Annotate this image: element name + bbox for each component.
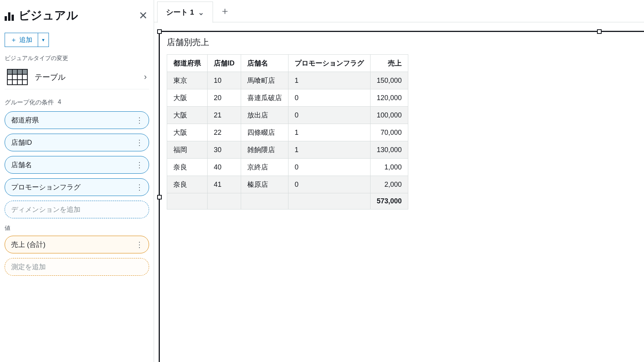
table-total-cell: 573,000: [371, 193, 408, 209]
more-icon[interactable]: [136, 183, 143, 191]
visual-type-value: テーブル: [35, 72, 65, 82]
table-footer-cell: [167, 193, 208, 209]
table-row[interactable]: 大阪20喜連瓜破店0120,000: [167, 89, 408, 107]
table-header-cell[interactable]: 店舗名: [241, 55, 288, 72]
table-cell: 奈良: [167, 159, 208, 176]
sheet-tabs: シート 1 ⌄ ＋: [154, 0, 644, 22]
resize-handle-tr[interactable]: [597, 29, 602, 34]
table-cell: 大阪: [167, 107, 208, 124]
dimension-pill-label: 店舗ID: [11, 138, 32, 147]
plus-icon: ＋: [10, 35, 17, 44]
dimension-pill[interactable]: プロモーションフラグ: [5, 178, 149, 196]
table-footer-cell: [241, 193, 288, 209]
table-cell: 41: [208, 176, 241, 193]
table-header-cell[interactable]: 売上: [371, 55, 408, 72]
caret-down-icon: ▾: [42, 37, 45, 43]
sidebar-header: ビジュアル ✕: [5, 6, 149, 25]
table-row[interactable]: 奈良40京終店01,000: [167, 159, 408, 176]
table-cell: 150,000: [371, 72, 408, 89]
add-dimension-label: ディメンションを追加: [11, 205, 80, 214]
table-row[interactable]: 大阪21放出店0100,000: [167, 107, 408, 124]
table-cell: 20: [208, 89, 241, 107]
table-icon: [7, 69, 28, 85]
data-table: 都道府県店舗ID店舗名プロモーションフラグ売上 東京10馬喰町店1150,000…: [167, 54, 408, 209]
resize-handle-tl[interactable]: [157, 29, 162, 34]
add-button[interactable]: ＋ 追加: [5, 33, 38, 47]
more-icon[interactable]: [136, 116, 143, 124]
table-cell: 10: [208, 72, 241, 89]
table-cell: 1: [288, 72, 371, 89]
chevron-down-icon[interactable]: ⌄: [198, 8, 204, 17]
table-row[interactable]: 福岡30雑餉隈店1130,000: [167, 141, 408, 159]
table-cell: 40: [208, 159, 241, 176]
close-icon[interactable]: ✕: [137, 8, 149, 23]
table-header-cell[interactable]: 都道府県: [167, 55, 208, 72]
table-cell: 2,000: [371, 176, 408, 193]
table-cell: 1,000: [371, 159, 408, 176]
table-cell: 福岡: [167, 141, 208, 159]
table-cell: 130,000: [371, 141, 408, 159]
table-cell: 0: [288, 107, 371, 124]
table-cell: 0: [288, 159, 371, 176]
dimension-pill-label: 都道府県: [11, 116, 39, 125]
table-cell: 東京: [167, 72, 208, 89]
table-cell: 30: [208, 141, 241, 159]
dimension-pill[interactable]: 店舗ID: [5, 134, 149, 151]
table-cell: 雑餉隈店: [241, 141, 288, 159]
canvas: 店舗別売上 都道府県店舗ID店舗名プロモーションフラグ売上 東京10馬喰町店11…: [154, 22, 644, 362]
table-header-cell[interactable]: プロモーションフラグ: [288, 55, 371, 72]
bar-chart-icon: [5, 11, 14, 21]
chevron-right-icon: ›: [144, 72, 147, 82]
visual-title[interactable]: 店舗別売上: [167, 37, 637, 48]
table-cell: 0: [288, 89, 371, 107]
more-icon[interactable]: [136, 139, 143, 146]
table-cell: 100,000: [371, 107, 408, 124]
value-section-label: 値: [5, 225, 149, 232]
table-cell: 喜連瓜破店: [241, 89, 288, 107]
table-cell: 馬喰町店: [241, 72, 288, 89]
visual-type-selector[interactable]: テーブル ›: [5, 65, 149, 89]
table-cell: 京終店: [241, 159, 288, 176]
table-row[interactable]: 東京10馬喰町店1150,000: [167, 72, 408, 89]
table-header-cell[interactable]: 店舗ID: [208, 55, 241, 72]
resize-handle-ml[interactable]: [157, 195, 162, 199]
table-cell: 120,000: [371, 89, 408, 107]
dimension-pill-label: プロモーションフラグ: [11, 183, 80, 192]
add-button-dropdown[interactable]: ▾: [38, 33, 49, 47]
table-cell: 放出店: [241, 107, 288, 124]
group-by-count: 4: [58, 99, 61, 107]
table-cell: 大阪: [167, 89, 208, 107]
dimension-pill[interactable]: 店舗名: [5, 156, 149, 174]
more-icon[interactable]: [136, 241, 143, 248]
table-cell: 22: [208, 124, 241, 141]
dimension-pill-label: 店舗名: [11, 160, 32, 169]
dimension-pill[interactable]: 都道府県: [5, 111, 149, 129]
table-footer-cell: [288, 193, 371, 209]
group-by-label: グループ化の条件: [5, 99, 54, 107]
table-cell: 70,000: [371, 124, 408, 141]
more-icon[interactable]: [136, 161, 143, 169]
visual-type-label: ビジュアルタイプの変更: [5, 55, 149, 62]
value-pill-label: 売上 (合計): [11, 240, 45, 249]
add-dimension-placeholder[interactable]: ディメンションを追加: [5, 201, 149, 218]
add-button-label: 追加: [19, 35, 32, 44]
value-pill[interactable]: 売上 (合計): [5, 236, 149, 253]
tab-label: シート 1: [166, 7, 194, 17]
table-row[interactable]: 大阪22四條畷店170,000: [167, 124, 408, 141]
table-row[interactable]: 奈良41榛原店02,000: [167, 176, 408, 193]
table-cell: 21: [208, 107, 241, 124]
add-measure-label: 測定を追加: [11, 262, 46, 272]
table-cell: 0: [288, 176, 371, 193]
visual-config-sidebar: ビジュアル ✕ ＋ 追加 ▾ ビジュアルタイプの変更 テーブル › グループ化の…: [0, 0, 154, 362]
table-cell: 1: [288, 141, 371, 159]
sidebar-title: ビジュアル: [18, 8, 78, 23]
table-cell: 四條畷店: [241, 124, 288, 141]
add-button-group: ＋ 追加 ▾: [5, 33, 49, 47]
visual-frame[interactable]: 店舗別売上 都道府県店舗ID店舗名プロモーションフラグ売上 東京10馬喰町店11…: [159, 31, 644, 362]
add-sheet-button[interactable]: ＋: [213, 0, 237, 22]
tab-sheet-1[interactable]: シート 1 ⌄: [157, 2, 213, 23]
add-measure-placeholder[interactable]: 測定を追加: [5, 258, 149, 276]
group-by-header: グループ化の条件 4: [5, 99, 149, 107]
table-cell: 大阪: [167, 124, 208, 141]
table-cell: 1: [288, 124, 371, 141]
